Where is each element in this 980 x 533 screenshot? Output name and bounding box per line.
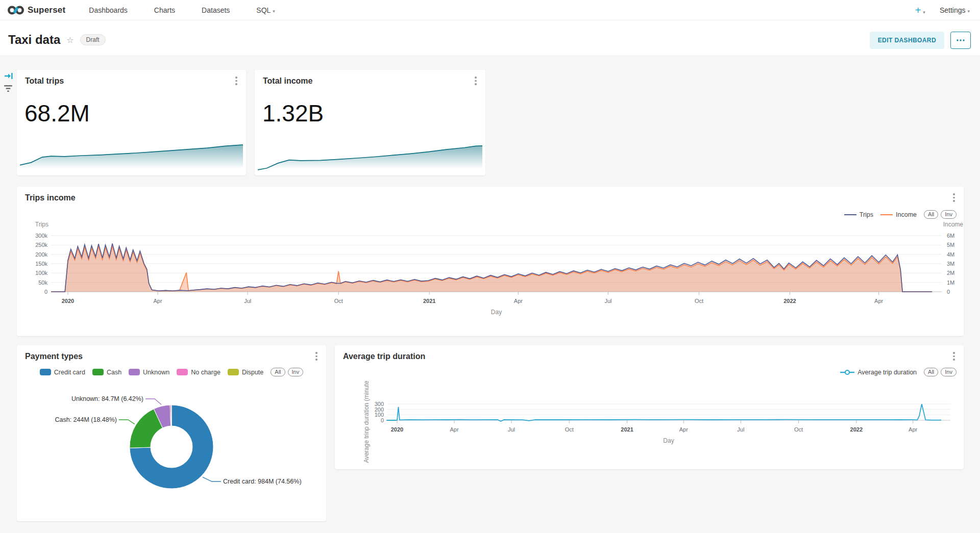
chart-legend: Credit cardCashUnknownNo chargeDisputeAl… — [17, 368, 326, 376]
brand-name: Superset — [28, 5, 65, 15]
chart-kebab-menu-icon[interactable] — [472, 77, 479, 85]
nav-right: +▾ Settings▾ — [915, 5, 970, 15]
svg-text:1M: 1M — [947, 280, 954, 286]
svg-text:5M: 5M — [947, 242, 954, 248]
dashboard-header: Taxi data ☆ Draft EDIT DASHBOARD — [0, 20, 980, 55]
svg-text:Income: Income — [943, 221, 964, 228]
svg-text:0: 0 — [44, 289, 47, 295]
nav-items: Dashboards Charts Datasets SQL▾ — [89, 6, 275, 14]
svg-text:Oct: Oct — [334, 298, 343, 304]
trend-sparkline — [258, 140, 482, 171]
svg-text:Credit card: 984M (74.56%): Credit card: 984M (74.56%) — [223, 478, 302, 485]
favorite-star-icon[interactable]: ☆ — [66, 35, 74, 45]
payment-types-svg: Credit card: 984M (74.56%)Cash: 244M (18… — [17, 385, 326, 521]
panel-trips-income: Trips income TripsIncomeAllInv 300k6M250… — [17, 187, 964, 336]
legend-chip-swatch — [228, 369, 239, 375]
svg-text:2020: 2020 — [391, 426, 403, 433]
avg-trip-duration-chart[interactable]: 3002001000Average trinp duration (minute… — [335, 345, 964, 469]
svg-text:2021: 2021 — [423, 298, 435, 304]
legend-item[interactable]: No charge — [177, 369, 220, 376]
page-title: Taxi data — [8, 33, 60, 47]
nav-dashboards[interactable]: Dashboards — [89, 6, 128, 14]
panel-total-trips: Total trips 68.2M — [17, 70, 246, 175]
panel-avg-trip-duration: Average trip duration Average trip durat… — [335, 345, 964, 469]
edit-dashboard-button[interactable]: EDIT DASHBOARD — [870, 32, 944, 49]
svg-text:0: 0 — [947, 289, 950, 295]
svg-text:2022: 2022 — [850, 426, 863, 433]
svg-text:Oct: Oct — [794, 426, 803, 433]
legend-all-button[interactable]: All — [271, 368, 285, 376]
legend-item[interactable]: Dispute — [228, 369, 263, 376]
ellipsis-icon — [957, 39, 965, 41]
svg-text:Day: Day — [491, 309, 502, 316]
legend-label: No charge — [191, 369, 220, 376]
big-number-value: 68.2M — [24, 99, 90, 127]
superset-logo[interactable]: Superset — [7, 5, 65, 16]
svg-text:Apr: Apr — [874, 298, 883, 304]
legend-chip-swatch — [92, 369, 104, 375]
big-number-value: 1.32B — [262, 99, 324, 127]
legend-label: Credit card — [54, 369, 85, 376]
svg-text:300k: 300k — [35, 233, 47, 239]
panel-payment-types: Payment types Credit cardCashUnknownNo c… — [17, 345, 326, 521]
dashboard-more-button[interactable] — [950, 32, 971, 49]
top-nav: Superset Dashboards Charts Datasets SQL▾… — [0, 0, 980, 20]
infinity-logo-icon — [7, 5, 24, 16]
trend-sparkline — [20, 140, 243, 171]
legend-item[interactable]: Unknown — [129, 369, 169, 376]
new-item-button[interactable]: +▾ — [915, 5, 925, 15]
legend-chip-swatch — [129, 369, 140, 375]
avg-duration-svg: 3002001000Average trinp duration (minute… — [335, 345, 964, 469]
chart-title: Total income — [263, 77, 313, 86]
svg-text:Apr: Apr — [909, 426, 917, 433]
svg-text:Oct: Oct — [565, 426, 574, 433]
svg-text:200k: 200k — [35, 251, 47, 258]
svg-text:50k: 50k — [38, 280, 47, 286]
expand-filter-bar-icon[interactable] — [4, 71, 13, 81]
svg-text:Oct: Oct — [695, 298, 703, 304]
nav-sql[interactable]: SQL▾ — [256, 6, 275, 14]
trips-income-svg: 300k6M250k5M200k4M150k3M100k2M50k1M00Tri… — [17, 187, 964, 336]
legend-label: Unknown — [143, 369, 169, 376]
filter-icon[interactable] — [4, 85, 13, 93]
chevron-down-icon: ▾ — [967, 9, 970, 14]
trips-income-chart[interactable]: 300k6M250k5M200k4M150k3M100k2M50k1M00Tri… — [17, 187, 964, 336]
chart-kebab-menu-icon[interactable] — [233, 77, 240, 85]
svg-text:Trips: Trips — [35, 221, 48, 228]
svg-text:Day: Day — [663, 437, 674, 444]
chevron-down-icon: ▾ — [923, 10, 925, 15]
svg-text:Apr: Apr — [514, 298, 523, 304]
svg-text:Apr: Apr — [679, 426, 688, 433]
nav-datasets[interactable]: Datasets — [202, 6, 230, 14]
donut-slice-dispute[interactable] — [172, 405, 172, 426]
sparkline-svg — [20, 140, 243, 171]
legend-item[interactable]: Credit card — [40, 369, 85, 376]
svg-text:2020: 2020 — [62, 298, 74, 304]
svg-text:0: 0 — [381, 417, 384, 423]
svg-text:2M: 2M — [947, 270, 954, 276]
legend-label: Dispute — [242, 369, 263, 376]
legend-chip-swatch — [177, 369, 188, 375]
svg-text:6M: 6M — [947, 233, 954, 239]
svg-text:4M: 4M — [947, 251, 954, 258]
sparkline-svg — [258, 140, 482, 171]
svg-text:Unknown: 84.7M (6.42%): Unknown: 84.7M (6.42%) — [71, 395, 143, 402]
nav-charts[interactable]: Charts — [154, 6, 175, 14]
panel-total-income: Total income 1.32B — [255, 70, 485, 175]
legend-inv-button[interactable]: Inv — [288, 368, 304, 376]
svg-text:Jul: Jul — [604, 298, 611, 304]
chart-kebab-menu-icon[interactable] — [313, 352, 320, 361]
legend-label: Cash — [107, 369, 121, 376]
svg-text:2022: 2022 — [783, 298, 796, 304]
svg-text:Jul: Jul — [244, 298, 251, 304]
settings-menu[interactable]: Settings▾ — [940, 6, 970, 14]
chevron-down-icon: ▾ — [273, 9, 275, 14]
chart-title: Total trips — [25, 77, 64, 86]
svg-text:Jul: Jul — [737, 426, 744, 433]
payment-types-donut[interactable]: Credit card: 984M (74.56%)Cash: 244M (18… — [17, 385, 326, 521]
svg-text:Apr: Apr — [154, 298, 162, 304]
dashboard-canvas: Total trips 68.2M Total income 1.32B Tri… — [0, 55, 980, 533]
legend-item[interactable]: Cash — [92, 369, 121, 376]
chart-title: Payment types — [25, 352, 83, 361]
svg-text:3M: 3M — [947, 261, 954, 267]
